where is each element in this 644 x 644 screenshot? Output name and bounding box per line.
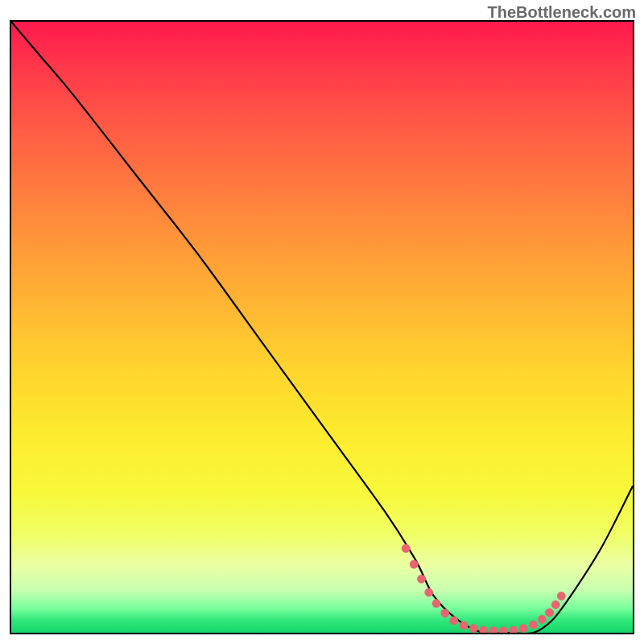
optimal-dot [402, 544, 410, 552]
optimal-dot [510, 626, 518, 633]
watermark-text: TheBottleneck.com [488, 3, 636, 22]
optimal-dot [519, 625, 527, 633]
optimal-dot [469, 625, 477, 633]
optimal-dot [538, 615, 546, 623]
optimal-dot [417, 575, 425, 583]
optimal-dot [449, 617, 457, 625]
optimal-zone-dots [402, 544, 565, 633]
optimal-dot [480, 626, 488, 633]
optimal-dot [425, 588, 433, 597]
chart-plot [11, 22, 633, 633]
optimal-dot [432, 599, 440, 607]
optimal-dot [499, 627, 507, 633]
optimal-dot [410, 560, 418, 568]
optimal-dot [460, 621, 468, 630]
optimal-dot [441, 609, 449, 617]
optimal-dot [551, 601, 559, 609]
bottleneck-curve [11, 22, 633, 633]
optimal-dot [545, 609, 553, 617]
chart-container [10, 20, 634, 634]
optimal-dot [529, 621, 537, 629]
optimal-dot [489, 627, 497, 633]
optimal-dot [557, 592, 565, 600]
